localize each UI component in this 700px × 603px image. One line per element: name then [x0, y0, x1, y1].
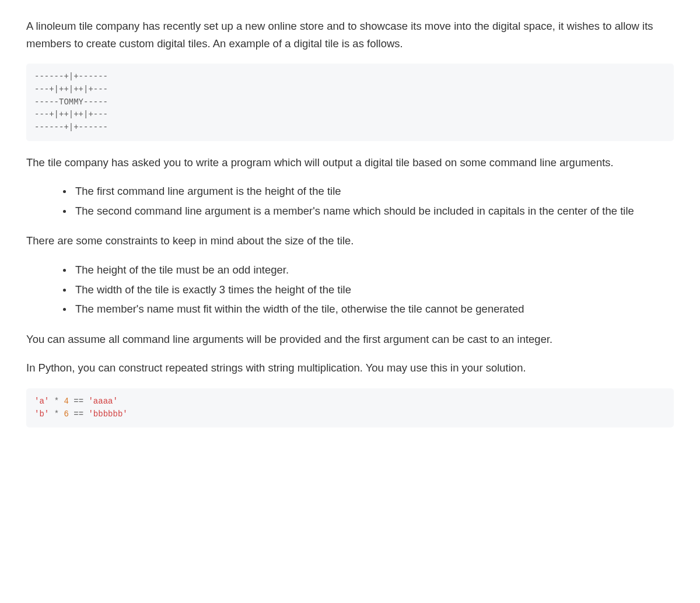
code-operator: ==: [74, 397, 83, 406]
string-mult-code-block: 'a' * 4 == 'aaaa' 'b' * 6 == 'bbbbbb': [26, 388, 674, 427]
intro-paragraph: A linoleum tile company has recently set…: [26, 17, 674, 52]
code-string: 'a': [34, 397, 49, 406]
code-string: 'bbbbbb': [88, 409, 127, 419]
code-operator: *: [54, 409, 59, 419]
arguments-list: The first command line argument is the h…: [26, 183, 674, 219]
code-string: 'aaaa': [88, 397, 117, 406]
code-number: 4: [64, 397, 68, 406]
code-string: 'b': [34, 409, 49, 419]
code-operator: *: [54, 397, 59, 406]
list-item: The member's name must fit within the wi…: [73, 300, 674, 318]
code-operator: ==: [74, 409, 83, 419]
after-example-paragraph: The tile company has asked you to write …: [26, 154, 674, 171]
constraints-intro-paragraph: There are some constraints to keep in mi…: [26, 232, 674, 250]
list-item: The width of the tile is exactly 3 times…: [73, 281, 674, 299]
string-mult-paragraph: In Python, you can construct repeated st…: [26, 359, 674, 377]
list-item: The first command line argument is the h…: [73, 183, 674, 200]
list-item: The second command line argument is a me…: [73, 202, 674, 220]
assume-paragraph: You can assume all command line argument…: [26, 331, 674, 348]
constraints-list: The height of the tile must be an odd in…: [26, 261, 674, 318]
tile-example-code-block: ------+|+------ ---+|++|++|+--- -----TOM…: [26, 64, 674, 141]
list-item: The height of the tile must be an odd in…: [73, 261, 674, 279]
code-number: 6: [64, 409, 68, 419]
